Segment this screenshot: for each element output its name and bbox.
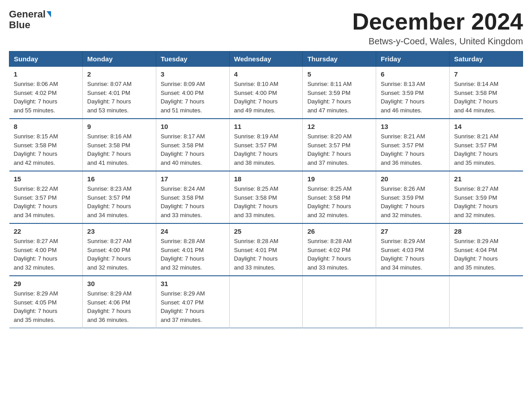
calendar-day-cell: 1 Sunrise: 8:06 AM Sunset: 4:02 PM Dayli…: [9, 67, 83, 119]
calendar-day-cell: 8 Sunrise: 8:15 AM Sunset: 3:58 PM Dayli…: [9, 119, 83, 171]
calendar-day-cell: [229, 276, 303, 328]
day-info: Sunrise: 8:11 AM Sunset: 3:59 PM Dayligh…: [307, 80, 371, 115]
calendar-day-cell: 5 Sunrise: 8:11 AM Sunset: 3:59 PM Dayli…: [303, 67, 376, 119]
day-info: Sunrise: 8:16 AM Sunset: 3:58 PM Dayligh…: [87, 132, 151, 167]
location-text: Betws-y-Coed, Wales, United Kingdom: [352, 36, 523, 47]
day-info: Sunrise: 8:21 AM Sunset: 3:57 PM Dayligh…: [454, 132, 518, 167]
calendar-week-row: 15 Sunrise: 8:22 AM Sunset: 3:57 PM Dayl…: [9, 171, 523, 223]
header-saturday: Saturday: [450, 51, 523, 67]
calendar-day-cell: 26 Sunrise: 8:28 AM Sunset: 4:02 PM Dayl…: [303, 223, 376, 276]
calendar-day-cell: 10 Sunrise: 8:17 AM Sunset: 3:58 PM Dayl…: [156, 119, 229, 171]
day-number: 28: [454, 227, 518, 235]
calendar-day-cell: 2 Sunrise: 8:07 AM Sunset: 4:01 PM Dayli…: [82, 67, 156, 119]
day-info: Sunrise: 8:15 AM Sunset: 3:58 PM Dayligh…: [14, 132, 78, 167]
calendar-day-cell: 17 Sunrise: 8:24 AM Sunset: 3:58 PM Dayl…: [156, 171, 229, 223]
calendar-day-cell: 20 Sunrise: 8:26 AM Sunset: 3:59 PM Dayl…: [376, 171, 450, 223]
day-number: 3: [161, 70, 225, 78]
day-number: 17: [161, 175, 225, 183]
day-info: Sunrise: 8:23 AM Sunset: 3:57 PM Dayligh…: [87, 184, 151, 219]
day-number: 9: [87, 123, 151, 130]
day-info: Sunrise: 8:22 AM Sunset: 3:57 PM Dayligh…: [14, 184, 78, 219]
calendar-day-cell: 13 Sunrise: 8:21 AM Sunset: 3:57 PM Dayl…: [376, 119, 450, 171]
day-info: Sunrise: 8:29 AM Sunset: 4:06 PM Dayligh…: [87, 289, 151, 324]
calendar-day-cell: 19 Sunrise: 8:25 AM Sunset: 3:58 PM Dayl…: [303, 171, 376, 223]
calendar-day-cell: 29 Sunrise: 8:29 AM Sunset: 4:05 PM Dayl…: [9, 276, 83, 328]
day-number: 7: [454, 70, 518, 78]
logo-arrow-icon: [47, 11, 51, 17]
day-number: 19: [307, 175, 371, 183]
day-info: Sunrise: 8:24 AM Sunset: 3:58 PM Dayligh…: [161, 184, 225, 219]
calendar-table: Sunday Monday Tuesday Wednesday Thursday…: [9, 51, 523, 328]
calendar-day-cell: 9 Sunrise: 8:16 AM Sunset: 3:58 PM Dayli…: [82, 119, 156, 171]
day-number: 20: [381, 175, 445, 183]
calendar-week-row: 22 Sunrise: 8:27 AM Sunset: 4:00 PM Dayl…: [9, 223, 523, 276]
day-info: Sunrise: 8:07 AM Sunset: 4:01 PM Dayligh…: [87, 80, 151, 115]
calendar-day-cell: 14 Sunrise: 8:21 AM Sunset: 3:57 PM Dayl…: [450, 119, 523, 171]
day-number: 6: [381, 70, 445, 78]
day-number: 16: [87, 175, 151, 183]
day-info: Sunrise: 8:26 AM Sunset: 3:59 PM Dayligh…: [381, 184, 445, 219]
calendar-day-cell: [376, 276, 450, 328]
calendar-day-cell: 16 Sunrise: 8:23 AM Sunset: 3:57 PM Dayl…: [82, 171, 156, 223]
calendar-day-cell: [303, 276, 376, 328]
day-number: 14: [454, 123, 518, 130]
calendar-day-cell: 30 Sunrise: 8:29 AM Sunset: 4:06 PM Dayl…: [82, 276, 156, 328]
day-number: 22: [14, 227, 78, 235]
day-number: 30: [87, 280, 151, 287]
day-info: Sunrise: 8:06 AM Sunset: 4:02 PM Dayligh…: [14, 80, 78, 115]
day-info: Sunrise: 8:19 AM Sunset: 3:57 PM Dayligh…: [234, 132, 298, 167]
calendar-day-cell: 21 Sunrise: 8:27 AM Sunset: 3:59 PM Dayl…: [450, 171, 523, 223]
logo: General Blue: [9, 9, 51, 30]
day-number: 11: [234, 123, 298, 130]
day-number: 2: [87, 70, 151, 78]
day-info: Sunrise: 8:27 AM Sunset: 4:00 PM Dayligh…: [87, 237, 151, 272]
day-number: 24: [161, 227, 225, 235]
calendar-day-cell: 12 Sunrise: 8:20 AM Sunset: 3:57 PM Dayl…: [303, 119, 376, 171]
day-number: 10: [161, 123, 225, 130]
calendar-day-cell: 22 Sunrise: 8:27 AM Sunset: 4:00 PM Dayl…: [9, 223, 83, 276]
calendar-day-cell: 6 Sunrise: 8:13 AM Sunset: 3:59 PM Dayli…: [376, 67, 450, 119]
calendar-day-cell: 15 Sunrise: 8:22 AM Sunset: 3:57 PM Dayl…: [9, 171, 83, 223]
calendar-day-cell: [450, 276, 523, 328]
title-block: December 2024 Betws-y-Coed, Wales, Unite…: [352, 9, 523, 47]
day-info: Sunrise: 8:25 AM Sunset: 3:58 PM Dayligh…: [234, 184, 298, 219]
calendar-day-cell: 4 Sunrise: 8:10 AM Sunset: 4:00 PM Dayli…: [229, 67, 303, 119]
calendar-day-cell: 28 Sunrise: 8:29 AM Sunset: 4:04 PM Dayl…: [450, 223, 523, 276]
day-number: 8: [14, 123, 78, 130]
day-info: Sunrise: 8:21 AM Sunset: 3:57 PM Dayligh…: [381, 132, 445, 167]
day-info: Sunrise: 8:29 AM Sunset: 4:05 PM Dayligh…: [14, 289, 78, 324]
month-title: December 2024: [352, 9, 523, 34]
calendar-day-cell: 25 Sunrise: 8:28 AM Sunset: 4:01 PM Dayl…: [229, 223, 303, 276]
day-info: Sunrise: 8:13 AM Sunset: 3:59 PM Dayligh…: [381, 80, 445, 115]
day-number: 26: [307, 227, 371, 235]
header-friday: Friday: [376, 51, 450, 67]
day-number: 27: [381, 227, 445, 235]
logo-text-general: General: [9, 9, 46, 20]
day-number: 23: [87, 227, 151, 235]
header-tuesday: Tuesday: [156, 51, 229, 67]
day-info: Sunrise: 8:29 AM Sunset: 4:03 PM Dayligh…: [381, 237, 445, 272]
day-info: Sunrise: 8:28 AM Sunset: 4:02 PM Dayligh…: [307, 237, 371, 272]
day-info: Sunrise: 8:28 AM Sunset: 4:01 PM Dayligh…: [161, 237, 225, 272]
day-number: 12: [307, 123, 371, 130]
calendar-day-cell: 3 Sunrise: 8:09 AM Sunset: 4:00 PM Dayli…: [156, 67, 229, 119]
day-info: Sunrise: 8:27 AM Sunset: 4:00 PM Dayligh…: [14, 237, 78, 272]
day-number: 31: [161, 280, 225, 287]
calendar-day-cell: 31 Sunrise: 8:29 AM Sunset: 4:07 PM Dayl…: [156, 276, 229, 328]
day-number: 1: [14, 70, 78, 78]
day-number: 15: [14, 175, 78, 183]
calendar-week-row: 1 Sunrise: 8:06 AM Sunset: 4:02 PM Dayli…: [9, 67, 523, 119]
calendar-week-row: 8 Sunrise: 8:15 AM Sunset: 3:58 PM Dayli…: [9, 119, 523, 171]
logo-text-blue: Blue: [9, 20, 30, 30]
day-number: 18: [234, 175, 298, 183]
day-number: 4: [234, 70, 298, 78]
day-number: 25: [234, 227, 298, 235]
calendar-week-row: 29 Sunrise: 8:29 AM Sunset: 4:05 PM Dayl…: [9, 276, 523, 328]
header-monday: Monday: [82, 51, 156, 67]
day-info: Sunrise: 8:29 AM Sunset: 4:07 PM Dayligh…: [161, 289, 225, 324]
calendar-day-cell: 27 Sunrise: 8:29 AM Sunset: 4:03 PM Dayl…: [376, 223, 450, 276]
day-number: 5: [307, 70, 371, 78]
header-thursday: Thursday: [303, 51, 376, 67]
day-info: Sunrise: 8:20 AM Sunset: 3:57 PM Dayligh…: [307, 132, 371, 167]
day-info: Sunrise: 8:10 AM Sunset: 4:00 PM Dayligh…: [234, 80, 298, 115]
